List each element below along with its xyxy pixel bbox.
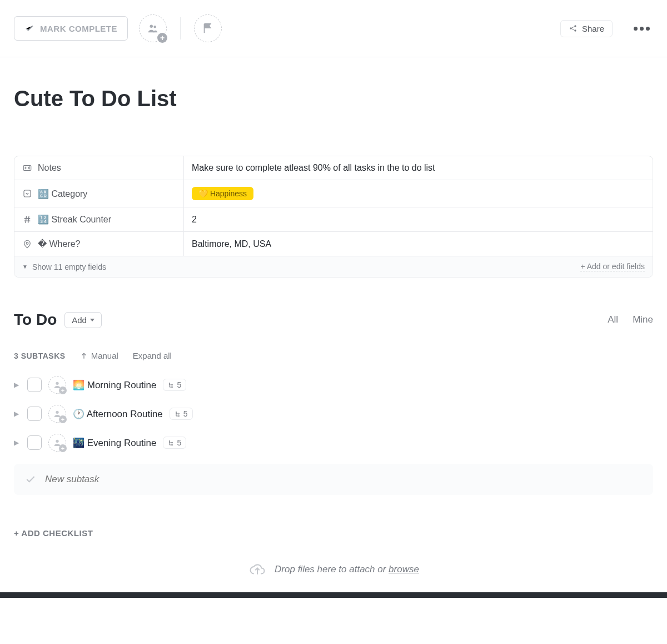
field-label: 🔢 Streak Counter	[14, 207, 184, 231]
svg-line-12	[28, 216, 29, 223]
plus-badge-icon: +	[59, 387, 67, 394]
assignee-button[interactable]: +	[48, 434, 66, 452]
svg-point-3	[574, 25, 576, 27]
field-label: Notes	[14, 156, 184, 180]
dot-icon	[646, 27, 650, 31]
check-icon	[25, 474, 36, 485]
browse-link[interactable]: browse	[389, 564, 419, 574]
add-dropdown-button[interactable]: Add	[64, 312, 102, 328]
task-name[interactable]: 🕐 Afternoon Routine	[73, 408, 163, 420]
assignee-button[interactable]: +	[48, 376, 66, 394]
attachment-dropzone[interactable]: Drop files here to attach or browse	[0, 549, 667, 592]
more-menu-button[interactable]	[630, 23, 653, 34]
field-value-where[interactable]: Baltimore, MD, USA	[184, 232, 653, 256]
svg-line-5	[571, 27, 574, 28]
task-name[interactable]: 🌃 Evening Routine	[73, 437, 156, 449]
new-subtask-input[interactable]	[45, 474, 642, 485]
share-icon	[569, 24, 578, 33]
mark-complete-label: MARK COMPLETE	[40, 24, 117, 33]
subtask-icon	[168, 382, 175, 388]
task-checkbox[interactable]	[27, 435, 42, 450]
assignee-button[interactable]: +	[48, 405, 66, 423]
svg-point-15	[56, 382, 58, 385]
plus-badge-icon: +	[59, 444, 67, 452]
filter-all-tab[interactable]: All	[608, 314, 618, 325]
subtask-count-badge[interactable]: 5	[163, 379, 186, 391]
share-label: Share	[582, 24, 604, 33]
field-label: 🔠 Category	[14, 180, 184, 207]
subtask-icon	[168, 439, 175, 446]
svg-rect-8	[24, 190, 31, 197]
svg-point-22	[172, 442, 173, 443]
field-value-notes[interactable]: Make sure to complete atleast 90% of all…	[184, 156, 653, 180]
svg-point-4	[574, 29, 576, 31]
chevron-right-icon[interactable]: ▶	[14, 439, 21, 447]
svg-point-1	[153, 26, 156, 28]
section-title: To Do	[14, 311, 57, 329]
field-value-category[interactable]: 💛 Happiness	[184, 180, 653, 207]
add-checklist-button[interactable]: + ADD CHECKLIST	[0, 495, 667, 549]
custom-fields-table: Notes Make sure to complete atleast 90% …	[14, 156, 653, 278]
dropdown-icon	[22, 189, 32, 199]
expand-all-button[interactable]: Expand all	[133, 351, 172, 360]
flag-icon	[202, 22, 214, 34]
add-assignee-button[interactable]: +	[139, 14, 167, 42]
toolbar: MARK COMPLETE + Share	[0, 0, 667, 57]
dot-icon	[640, 27, 644, 31]
filter-tabs: All Mine	[608, 314, 653, 325]
field-row-streak: 🔢 Streak Counter 2	[14, 207, 653, 232]
subtask-count-badge[interactable]: 5	[163, 437, 186, 449]
add-edit-fields-button[interactable]: + Add or edit fields	[580, 262, 645, 271]
hash-icon	[22, 215, 32, 225]
subtask-icon	[175, 410, 181, 417]
subtask-count: 3 SUBTASKS	[14, 351, 66, 360]
page-title[interactable]: Cute To Do List	[0, 57, 667, 128]
new-subtask-row[interactable]	[14, 464, 653, 495]
field-row-category: 🔠 Category 💛 Happiness	[14, 180, 653, 207]
svg-point-13	[26, 242, 28, 244]
arrow-up-icon	[80, 352, 88, 360]
svg-point-21	[56, 440, 58, 443]
text-icon	[22, 163, 32, 173]
task-list: ▶ + 🌅 Morning Routine 5 ▶ + 🕐 Afternoon …	[0, 370, 667, 457]
svg-rect-7	[23, 166, 31, 171]
svg-point-2	[570, 27, 571, 29]
section-header: To Do Add All Mine	[0, 278, 667, 340]
task-checkbox[interactable]	[27, 407, 42, 421]
sort-button[interactable]: Manual	[80, 351, 118, 360]
svg-point-23	[172, 444, 173, 445]
cloud-upload-icon	[248, 561, 267, 578]
task-row: ▶ + 🌃 Evening Routine 5	[0, 428, 667, 457]
svg-point-19	[178, 413, 179, 414]
mark-complete-button[interactable]: MARK COMPLETE	[14, 16, 128, 41]
task-checkbox[interactable]	[27, 378, 42, 392]
chevron-right-icon[interactable]: ▶	[14, 381, 21, 389]
svg-point-16	[172, 384, 173, 385]
plus-badge-icon: +	[59, 415, 67, 423]
fields-footer: ▼ Show 11 empty fields + Add or edit fie…	[14, 256, 653, 277]
show-empty-fields-button[interactable]: Show 11 empty fields	[32, 262, 106, 271]
filter-mine-tab[interactable]: Mine	[633, 314, 653, 325]
svg-point-20	[178, 415, 179, 417]
flag-button[interactable]	[194, 14, 222, 42]
share-button[interactable]: Share	[560, 20, 613, 37]
subtask-meta-bar: 3 SUBTASKS Manual Expand all	[0, 340, 667, 370]
chevron-right-icon[interactable]: ▶	[14, 410, 21, 418]
people-icon	[147, 22, 159, 34]
category-tag: 💛 Happiness	[192, 187, 253, 200]
svg-point-18	[56, 411, 58, 414]
dropzone-text: Drop files here to attach or browse	[275, 564, 419, 575]
svg-line-6	[571, 29, 574, 31]
bottom-bar	[0, 592, 667, 598]
svg-point-0	[150, 25, 153, 28]
field-label: � Where?	[14, 232, 184, 256]
check-icon	[24, 23, 34, 33]
field-row-where: � Where? Baltimore, MD, USA	[14, 232, 653, 256]
field-row-notes: Notes Make sure to complete atleast 90% …	[14, 156, 653, 180]
plus-badge-icon: +	[157, 33, 167, 43]
field-value-streak[interactable]: 2	[184, 207, 653, 231]
task-name[interactable]: 🌅 Morning Routine	[73, 379, 156, 391]
dot-icon	[634, 27, 638, 31]
subtask-count-badge[interactable]: 5	[170, 408, 193, 420]
task-row: ▶ + 🌅 Morning Routine 5	[0, 370, 667, 399]
